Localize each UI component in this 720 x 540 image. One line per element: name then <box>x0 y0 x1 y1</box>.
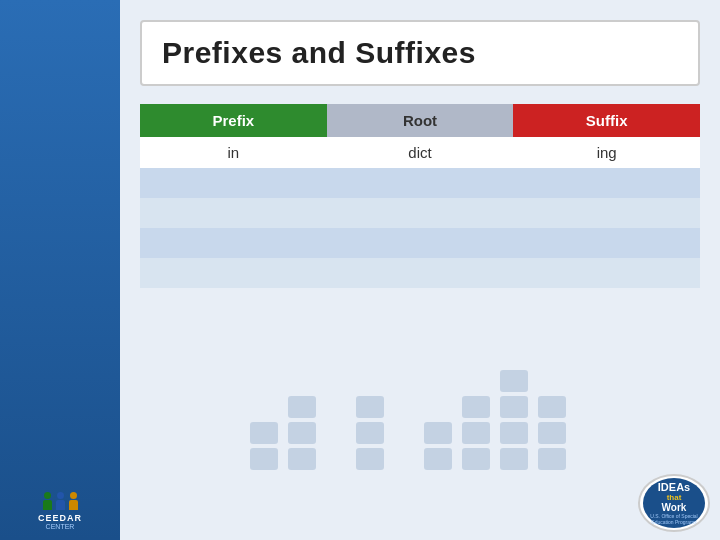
block <box>500 370 528 392</box>
block <box>500 396 528 418</box>
block-group-3 <box>356 396 384 470</box>
cell-suffix-2 <box>513 168 700 198</box>
person-icon-3 <box>68 492 78 510</box>
block <box>462 422 490 444</box>
ideas-work-text: Work <box>662 502 687 513</box>
cell-root-3 <box>327 198 514 228</box>
block-group-5 <box>462 396 490 470</box>
col-header-suffix: Suffix <box>513 104 700 137</box>
table-row <box>140 198 700 228</box>
block <box>500 422 528 444</box>
col-header-root: Root <box>327 104 514 137</box>
block <box>424 422 452 444</box>
block <box>288 422 316 444</box>
cell-prefix-3 <box>140 198 327 228</box>
block <box>424 448 452 470</box>
block-group-2 <box>288 396 316 470</box>
table-row <box>140 168 700 198</box>
table-row <box>140 258 700 288</box>
block-group-1 <box>250 422 278 470</box>
title-box: Prefixes and Suffixes <box>140 20 700 86</box>
block <box>288 396 316 418</box>
main-content: Prefixes and Suffixes Prefix Root Suffix… <box>120 0 720 540</box>
block <box>250 448 278 470</box>
ceedar-text: CEEDAR <box>5 513 115 523</box>
ideas-logo: IDEAs that Work U.S. Office of Special E… <box>638 474 710 532</box>
cell-suffix-3 <box>513 198 700 228</box>
block <box>500 448 528 470</box>
cell-root-5 <box>327 258 514 288</box>
block <box>356 448 384 470</box>
cell-root-2 <box>327 168 514 198</box>
prefixes-table: Prefix Root Suffix in dict ing <box>140 104 700 288</box>
ceedar-logo: CEEDAR CENTER <box>5 492 115 530</box>
block <box>538 396 566 418</box>
decorative-blocks <box>250 370 630 470</box>
ideas-top-text: IDEAs <box>658 482 690 493</box>
cell-suffix-4 <box>513 228 700 258</box>
cell-prefix-2 <box>140 168 327 198</box>
cell-suffix-1: ing <box>513 137 700 168</box>
table-header-row: Prefix Root Suffix <box>140 104 700 137</box>
table-row <box>140 228 700 258</box>
cell-root-4 <box>327 228 514 258</box>
person-icon-1 <box>42 492 52 510</box>
block <box>250 422 278 444</box>
cell-suffix-5 <box>513 258 700 288</box>
cell-prefix-4 <box>140 228 327 258</box>
cell-root-1: dict <box>327 137 514 168</box>
block <box>538 422 566 444</box>
block-group-6 <box>500 370 528 470</box>
ideas-inner: IDEAs that Work U.S. Office of Special E… <box>643 478 705 528</box>
ideas-sub-text: U.S. Office of Special Education Program… <box>643 513 705 525</box>
ceedar-subtext: CENTER <box>5 523 115 530</box>
block <box>538 448 566 470</box>
col-header-prefix: Prefix <box>140 104 327 137</box>
ceedar-people-icons <box>5 492 115 510</box>
block <box>462 448 490 470</box>
ideas-that-text: that <box>667 493 682 502</box>
page-title: Prefixes and Suffixes <box>162 36 678 70</box>
cell-prefix-5 <box>140 258 327 288</box>
block <box>356 396 384 418</box>
block <box>462 396 490 418</box>
left-sidebar: CEEDAR CENTER <box>0 0 120 540</box>
person-icon-2 <box>55 492 65 510</box>
cell-prefix-1: in <box>140 137 327 168</box>
block <box>356 422 384 444</box>
table-row: in dict ing <box>140 137 700 168</box>
block <box>288 448 316 470</box>
block-group-7 <box>538 396 566 470</box>
block-group-4 <box>424 422 452 470</box>
